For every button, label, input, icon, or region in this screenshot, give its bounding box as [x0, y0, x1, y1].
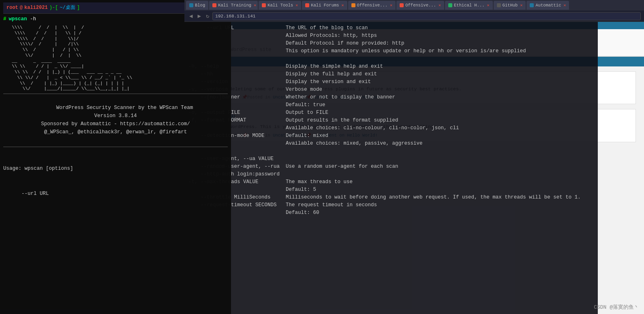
wpscan-sponsor: Sponsored by Automattic - https://automa…	[41, 121, 190, 127]
browser-tab-offensive2[interactable]: Offensive... ✕	[396, 1, 444, 10]
tab-label-blog: Blog	[195, 3, 205, 8]
tab-close-kali-forums[interactable]: ✕	[342, 3, 344, 8]
terminal-output: --url URL The URL of the blog to scan Al…	[188, 24, 594, 217]
wpscan-social: @_WPScan_, @ethicalhack3r, @erwan_lr, @f…	[44, 129, 187, 135]
tab-favicon-offensive2	[400, 3, 404, 7]
prompt-command: wpscan	[9, 15, 27, 23]
browser-address-bar-row: ◀ ▶ ↻ 192.168.131.141	[184, 11, 644, 22]
browser-tab-ethicalhack[interactable]: Ethical H... ✕	[445, 1, 493, 10]
tab-close-offensive2[interactable]: ✕	[439, 3, 441, 8]
browser-tab-kali-training[interactable]: Kali Training ✕	[209, 1, 258, 10]
browser-tab-bar: Blog Kali Training ✕ Kali Tools ✕ Kali F…	[184, 0, 644, 11]
address-text: 192.168.131.141	[215, 14, 255, 19]
terminal-path: ~/桌面	[60, 4, 75, 11]
tab-favicon-blog	[189, 3, 193, 7]
forward-button[interactable]: ▶	[196, 12, 202, 20]
terminal-pane: root@kali2021)-[~/桌面] # wpscan -h \\\\ /…	[0, 0, 231, 314]
right-terminal-content: --url URL The URL of the blog to scan Al…	[184, 22, 598, 314]
back-button[interactable]: ◀	[188, 12, 194, 20]
tab-close-automattic[interactable]: ✕	[563, 3, 566, 8]
tab-close-kali-tools[interactable]: ✕	[295, 3, 298, 8]
tab-close-github[interactable]: ✕	[520, 3, 522, 8]
tab-label-kali-forums: Kali Forums	[311, 3, 339, 8]
wpscan-ascii-logo: \\\\ / / | \\ | / \\\\ / / | \\ | / \\\\…	[6, 25, 228, 92]
browser-tab-automattic[interactable]: Automattic ✕	[526, 1, 569, 10]
tab-favicon-kali-training	[212, 3, 216, 7]
tab-label-ethicalhack: Ethical H...	[454, 3, 485, 8]
browser-tab-kali-tools[interactable]: Kali Tools ✕	[259, 1, 301, 10]
prompt-symbol: #	[3, 15, 6, 23]
browser-tab-offensive1[interactable]: Offensive... ✕	[348, 1, 396, 10]
wpscan-title: WordPress Security Scanner by the WPScan…	[56, 105, 193, 111]
tab-favicon-ethicalhack	[448, 3, 452, 7]
tab-label-offensive1: Offensive...	[357, 3, 388, 8]
refresh-button[interactable]: ↻	[204, 12, 211, 20]
tab-label-offensive2: Offensive...	[405, 3, 436, 8]
terminal-user: root	[6, 4, 18, 11]
tab-favicon-kali-tools	[262, 3, 266, 7]
wpscan-info: WordPress Security Scanner by the WPScan…	[3, 96, 228, 144]
terminal-host: kali2021	[24, 4, 48, 11]
wpscan-version: Version 3.8.14	[94, 113, 137, 119]
tab-label-kali-training: Kali Training	[218, 3, 251, 8]
tab-close-ethicalhack[interactable]: ✕	[487, 3, 490, 8]
usage-header: Usage: wpscan [options]	[3, 165, 228, 173]
tab-label-kali-tools: Kali Tools	[267, 3, 293, 8]
browser-tab-kali-forums[interactable]: Kali Forums ✕	[302, 1, 347, 10]
option-url-key: --url URL	[3, 190, 228, 198]
tab-favicon-offensive1	[351, 3, 355, 7]
terminal-body: root@kali2021)-[~/桌面] # wpscan -h \\\\ /…	[0, 0, 231, 215]
csdn-watermark: CSDN @落寞的鱼丶	[594, 303, 639, 311]
usage-section: Usage: wpscan [options] --url URL	[3, 150, 228, 213]
browser-tab-blog[interactable]: Blog	[186, 1, 208, 10]
tab-close-offensive1[interactable]: ✕	[390, 3, 392, 8]
address-field[interactable]: 192.168.131.141	[212, 12, 641, 20]
tab-close-kali-training[interactable]: ✕	[254, 3, 256, 8]
tab-favicon-automattic	[530, 3, 534, 7]
tab-label-automattic: Automattic	[535, 3, 561, 8]
browser-tab-github[interactable]: GitHub ✕	[494, 1, 526, 10]
tab-favicon-kali-forums	[305, 3, 309, 7]
tab-label-github: GitHub	[503, 3, 518, 8]
prompt-args	[27, 15, 30, 23]
prompt-args2: -h	[30, 15, 36, 23]
tab-favicon-github	[497, 3, 501, 7]
